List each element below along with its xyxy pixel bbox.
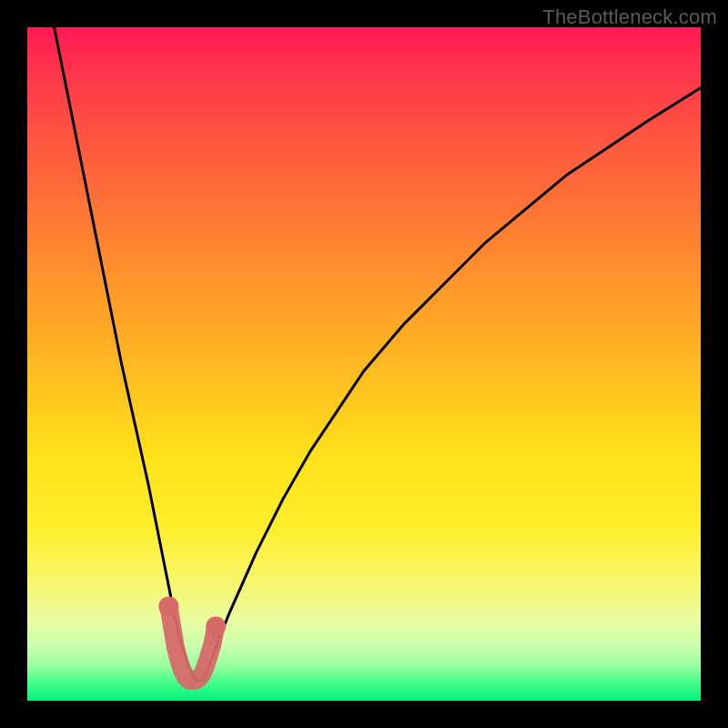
watermark-text: TheBottleneck.com (542, 5, 717, 29)
bottleneck-curve (55, 27, 701, 681)
chart-frame: TheBottleneck.com (0, 0, 728, 728)
highlight-path (168, 606, 216, 680)
plot-area (27, 27, 701, 701)
chart-svg (27, 27, 701, 701)
highlight-segment (158, 596, 226, 680)
bottleneck-curve-path (55, 27, 701, 681)
highlight-endpoint (206, 617, 226, 637)
highlight-endpoint (158, 596, 178, 616)
